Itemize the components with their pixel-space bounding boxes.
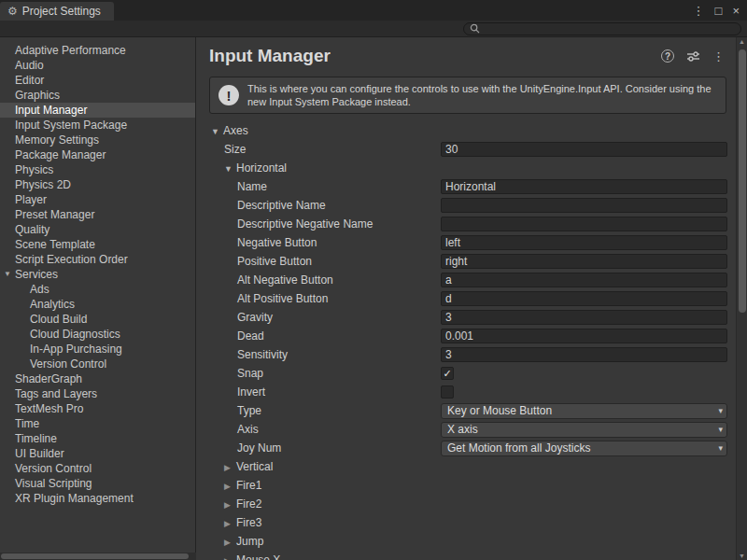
property-row-snap: Snap✓ bbox=[209, 364, 736, 383]
sidebar-item-preset-manager[interactable]: Preset Manager bbox=[0, 207, 195, 222]
checkbox-snap[interactable]: ✓ bbox=[441, 367, 454, 380]
label-axis: Axis bbox=[209, 423, 441, 436]
foldout-fire2[interactable]: ▶Fire2 bbox=[209, 497, 441, 511]
dropdown-type[interactable]: Key or Mouse Button▾ bbox=[441, 403, 727, 419]
help-icon[interactable]: ? bbox=[661, 49, 674, 63]
search-icon bbox=[470, 23, 480, 34]
field-gravity[interactable] bbox=[441, 310, 727, 325]
close-icon[interactable]: × bbox=[732, 5, 740, 17]
sidebar-item-shadergraph[interactable]: ShaderGraph bbox=[0, 371, 195, 386]
foldout-closed-icon[interactable]: ▶ bbox=[224, 538, 236, 547]
field-descriptive-name[interactable] bbox=[441, 198, 727, 213]
foldout-closed-icon[interactable]: ▶ bbox=[224, 556, 236, 560]
sidebar-item-ads[interactable]: Ads bbox=[0, 282, 195, 297]
foldout-closed-icon[interactable]: ▶ bbox=[224, 519, 236, 528]
foldout-open-icon[interactable]: ▼ bbox=[211, 127, 223, 136]
sidebar-item-label: Time bbox=[15, 417, 39, 430]
sidebar-item-memory-settings[interactable]: Memory Settings bbox=[0, 133, 195, 147]
sidebar-item-player[interactable]: Player bbox=[0, 192, 195, 207]
dropdown-value: Key or Mouse Button bbox=[447, 404, 552, 417]
sidebar-item-cloud-diagnostics[interactable]: Cloud Diagnostics bbox=[0, 327, 195, 342]
chevron-down-icon: ▾ bbox=[718, 423, 723, 437]
checkbox-invert[interactable] bbox=[441, 385, 454, 399]
field-name[interactable] bbox=[441, 179, 727, 194]
field-positive-button[interactable] bbox=[441, 254, 727, 269]
sidebar-item-version-control[interactable]: Version Control bbox=[0, 461, 195, 476]
sidebar-item-visual-scripting[interactable]: Visual Scripting bbox=[0, 476, 195, 491]
foldout-fire1[interactable]: ▶Fire1 bbox=[209, 479, 441, 492]
sidebar-item-in-app-purchasing[interactable]: In-App Purchasing bbox=[0, 342, 195, 357]
sidebar-item-version-control[interactable]: Version Control bbox=[0, 357, 195, 371]
property-value: Get Motion from all Joysticks▾ bbox=[441, 441, 736, 456]
property-row-fire3: ▶Fire3 bbox=[209, 513, 736, 532]
label-positive-button: Positive Button bbox=[209, 255, 441, 268]
label-sensitivity: Sensitivity bbox=[209, 348, 441, 361]
field-alt-negative-button[interactable] bbox=[441, 273, 727, 287]
sidebar-item-ui-builder[interactable]: UI Builder bbox=[0, 446, 195, 461]
foldout-closed-icon[interactable]: ▶ bbox=[224, 463, 236, 472]
settings-sidebar: Adaptive PerformanceAudioEditorGraphicsI… bbox=[0, 37, 196, 560]
toolbar bbox=[0, 21, 747, 37]
foldout-fire3[interactable]: ▶Fire3 bbox=[209, 516, 441, 529]
presets-icon[interactable] bbox=[686, 50, 700, 63]
vscrollbar-thumb[interactable] bbox=[739, 49, 746, 313]
sidebar-item-textmesh-pro[interactable]: TextMesh Pro bbox=[0, 401, 195, 416]
foldout-closed-icon[interactable]: ▶ bbox=[224, 500, 236, 510]
property-row-alt-positive-button: Alt Positive Button bbox=[209, 289, 736, 308]
sidebar-item-cloud-build[interactable]: Cloud Build bbox=[0, 312, 195, 327]
maximize-icon[interactable]: □ bbox=[715, 5, 723, 17]
sidebar-item-package-manager[interactable]: Package Manager bbox=[0, 147, 195, 162]
property-value bbox=[441, 347, 736, 362]
kebab-menu-icon[interactable]: ⋮ bbox=[712, 49, 725, 63]
foldout-open-icon[interactable]: ▼ bbox=[4, 267, 11, 282]
sidebar-item-xr-plugin-management[interactable]: XR Plugin Management bbox=[0, 491, 195, 506]
help-glyph: ? bbox=[665, 51, 670, 62]
sidebar-item-services[interactable]: ▼Services bbox=[0, 267, 195, 282]
sidebar-item-scene-template[interactable]: Scene Template bbox=[0, 237, 195, 252]
sidebar-item-adaptive-performance[interactable]: Adaptive Performance bbox=[0, 43, 195, 58]
dropdown-joy-num[interactable]: Get Motion from all Joysticks▾ bbox=[441, 441, 727, 456]
sidebar-item-analytics[interactable]: Analytics bbox=[0, 297, 195, 312]
search-input[interactable] bbox=[484, 23, 735, 35]
foldout-jump[interactable]: ▶Jump bbox=[209, 535, 441, 548]
foldout-vertical[interactable]: ▶Vertical bbox=[209, 460, 441, 473]
sidebar-item-time[interactable]: Time bbox=[0, 416, 195, 431]
foldout-axes[interactable]: ▼Axes bbox=[209, 124, 441, 137]
sidebar-item-tags-and-layers[interactable]: Tags and Layers bbox=[0, 386, 195, 401]
field-dead[interactable] bbox=[441, 329, 727, 343]
sidebar-item-input-system-package[interactable]: Input System Package bbox=[0, 118, 195, 133]
foldout-open-icon[interactable]: ▼ bbox=[224, 164, 236, 174]
foldout-mouse-x[interactable]: ▶Mouse X bbox=[209, 553, 441, 560]
sidebar-item-script-execution-order[interactable]: Script Execution Order bbox=[0, 252, 195, 267]
field-size[interactable] bbox=[441, 142, 727, 157]
vertical-scrollbar[interactable]: ▲ ▼ bbox=[736, 37, 747, 560]
sidebar-item-physics-2d[interactable]: Physics 2D bbox=[0, 177, 195, 192]
tab-project-settings[interactable]: ⚙ Project Settings bbox=[0, 2, 114, 21]
search-box[interactable] bbox=[463, 22, 741, 35]
sidebar-horizontal-scrollbar[interactable] bbox=[0, 553, 196, 560]
dropdown-axis[interactable]: X axis▾ bbox=[441, 422, 727, 438]
sidebar-item-input-manager[interactable]: Input Manager bbox=[0, 103, 195, 118]
scroll-down-icon[interactable]: ▼ bbox=[737, 553, 747, 559]
label-alt-negative-button: Alt Negative Button bbox=[209, 273, 441, 287]
scroll-up-icon[interactable]: ▲ bbox=[737, 38, 747, 45]
window-menu-icon[interactable]: ⋮ bbox=[693, 5, 705, 17]
sidebar-item-label: Cloud Diagnostics bbox=[30, 328, 120, 341]
field-descriptive-negative-name[interactable] bbox=[441, 217, 727, 231]
hscrollbar-thumb[interactable] bbox=[1, 553, 189, 559]
sidebar-item-graphics[interactable]: Graphics bbox=[0, 88, 195, 103]
sidebar-item-quality[interactable]: Quality bbox=[0, 222, 195, 237]
foldout-closed-icon[interactable]: ▶ bbox=[224, 482, 236, 491]
field-alt-positive-button[interactable] bbox=[441, 291, 727, 306]
sidebar-item-physics[interactable]: Physics bbox=[0, 162, 195, 177]
sidebar-item-editor[interactable]: Editor bbox=[0, 73, 195, 88]
field-negative-button[interactable] bbox=[441, 235, 727, 250]
info-banner: ! This is where you can configure the co… bbox=[209, 77, 726, 114]
foldout-horizontal[interactable]: ▼Horizontal bbox=[209, 161, 441, 175]
field-sensitivity[interactable] bbox=[441, 347, 727, 362]
sidebar-item-label: Memory Settings bbox=[15, 133, 99, 147]
property-row-size: Size bbox=[209, 140, 736, 159]
property-rows: ▼AxesSize▼HorizontalNameDescriptive Name… bbox=[209, 121, 736, 560]
sidebar-item-audio[interactable]: Audio bbox=[0, 58, 195, 73]
sidebar-item-timeline[interactable]: Timeline bbox=[0, 431, 195, 446]
